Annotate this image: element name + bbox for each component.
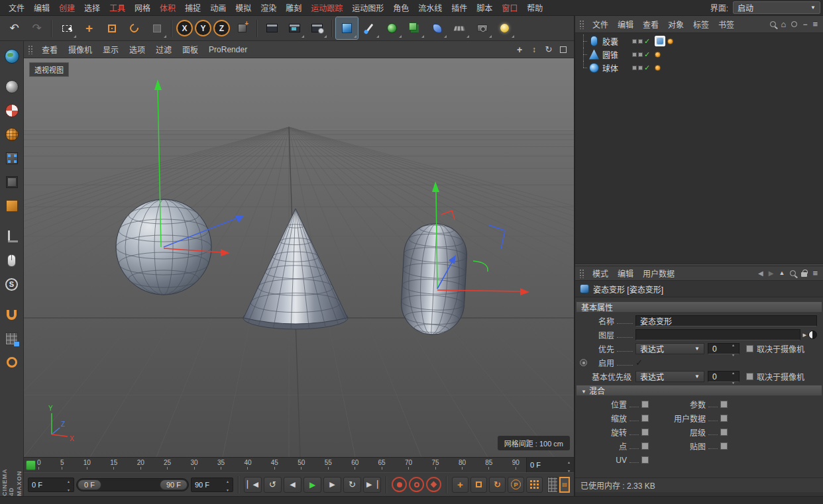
pose-morph-tag-selected[interactable]	[655, 36, 665, 46]
render-view-button[interactable]	[261, 17, 283, 39]
visibility-dots[interactable]	[632, 39, 644, 44]
edges-mode-button[interactable]	[2, 172, 22, 192]
object-manager-menu-item[interactable]: 对象	[663, 16, 688, 32]
scene-svg[interactable]: Y Z X	[24, 58, 574, 457]
grip-handle[interactable]	[28, 45, 34, 54]
attribute-menu-item[interactable]: 编辑	[613, 265, 638, 281]
layer-manager-icon[interactable]	[808, 330, 817, 339]
priority-dropdown[interactable]: 表达式	[635, 343, 704, 354]
camera-menu[interactable]	[471, 17, 493, 39]
scale-tool[interactable]	[101, 17, 123, 39]
object-manager-body[interactable]: 胶囊 圆锥	[575, 33, 823, 264]
y-axis-lock-button[interactable]: Y	[195, 20, 211, 36]
search-icon[interactable]	[790, 270, 796, 276]
home-icon[interactable]	[781, 20, 787, 28]
spinner-icon[interactable]	[732, 367, 735, 386]
editor-visibility-dot[interactable]	[632, 39, 637, 44]
history-back-icon[interactable]	[758, 270, 763, 277]
mix-right-checkbox[interactable]	[720, 415, 728, 422]
spline-pen-menu[interactable]	[358, 17, 380, 39]
texture-mode-button[interactable]	[2, 101, 22, 121]
layout-button[interactable]	[559, 477, 570, 493]
panel-menu-icon[interactable]	[812, 269, 818, 277]
grip-handle[interactable]	[579, 20, 585, 29]
rotation-band-button[interactable]	[2, 352, 22, 372]
tag-dot[interactable]	[667, 38, 673, 44]
object-manager-menu-item[interactable]: 书签	[714, 16, 739, 32]
polygons-mode-button[interactable]	[2, 196, 22, 216]
editor-visibility-dot[interactable]	[632, 52, 637, 57]
object-name[interactable]: 圆锥	[600, 49, 632, 60]
magnet-tool-button[interactable]	[2, 305, 22, 325]
capsule-object[interactable]	[400, 223, 468, 336]
menu-item[interactable]: 创建	[54, 0, 80, 16]
timeline-ruler[interactable]: 051015202530354045505560657075808590 0 F	[24, 457, 574, 472]
goto-end-button[interactable]	[363, 477, 381, 493]
lock-icon[interactable]	[801, 272, 807, 277]
mix-right-checkbox[interactable]	[720, 428, 728, 436]
tag-dot[interactable]	[655, 52, 661, 58]
priority-number[interactable]: 0	[708, 343, 740, 354]
record-keyframe-button[interactable]	[392, 477, 407, 492]
redo-button[interactable]	[26, 17, 48, 39]
render-settings-button[interactable]	[306, 17, 328, 39]
object-manager-menu-item[interactable]: 文件	[588, 16, 613, 32]
environment-menu[interactable]	[449, 17, 470, 39]
end-frame-field[interactable]: 90 F	[191, 478, 233, 492]
mix-right-checkbox[interactable]	[720, 442, 728, 450]
mix-left-checkbox[interactable]	[641, 456, 649, 464]
object-icon[interactable]	[589, 50, 599, 60]
workplane-lock-button[interactable]	[2, 328, 22, 348]
filter-triangle-icon[interactable]	[779, 270, 785, 276]
editor-visibility-dot[interactable]	[632, 66, 637, 70]
spinner-icon[interactable]	[67, 476, 70, 493]
filter-icon[interactable]	[791, 21, 797, 27]
attribute-menu-item[interactable]: 模式	[588, 265, 613, 281]
coordinate-system-button[interactable]	[231, 17, 253, 39]
key-parameter-toggle[interactable]	[508, 477, 524, 493]
visibility-dots[interactable]	[632, 66, 644, 70]
frame-ruler[interactable]: 051015202530354045505560657075808590	[24, 458, 526, 472]
object-icon[interactable]	[590, 36, 598, 46]
mix-section-header[interactable]: 混合	[576, 385, 822, 396]
spinner-icon[interactable]	[567, 457, 571, 474]
frame-range-slider[interactable]: 0 F 90 F	[76, 478, 189, 491]
current-frame-field[interactable]: 0 F	[526, 458, 574, 472]
menu-item[interactable]: 捕捉	[180, 0, 205, 16]
move-tool[interactable]	[78, 17, 100, 39]
render-visibility-dot[interactable]	[638, 39, 643, 44]
visibility-dots[interactable]	[632, 52, 644, 57]
pan-view-icon[interactable]	[514, 44, 525, 55]
deformer-menu[interactable]	[426, 17, 448, 39]
mix-left-checkbox[interactable]	[641, 428, 649, 436]
interface-dropdown[interactable]: 启动	[733, 1, 820, 14]
menu-item[interactable]: 流水线	[413, 0, 447, 16]
key-scale-toggle[interactable]	[470, 477, 487, 493]
last-used-tool[interactable]	[146, 17, 168, 39]
animation-dot-icon[interactable]	[580, 359, 587, 366]
render-visibility-dot[interactable]	[638, 52, 643, 57]
live-selection-tool[interactable]	[56, 17, 78, 39]
menu-item[interactable]: 脚本	[472, 0, 497, 16]
undo-button[interactable]	[3, 17, 25, 39]
mix-left-checkbox[interactable]	[641, 415, 649, 422]
object-icon[interactable]	[589, 63, 599, 73]
light-menu[interactable]	[494, 17, 516, 39]
key-rotation-toggle[interactable]	[489, 477, 506, 493]
camera-dependent-checkbox[interactable]	[746, 373, 753, 380]
play-button[interactable]	[303, 477, 321, 493]
menu-item[interactable]: 雕刻	[281, 0, 306, 16]
layer-browse-icon[interactable]	[802, 331, 806, 338]
uv-mode-button[interactable]	[2, 125, 22, 144]
snap-settings-button[interactable]	[2, 274, 22, 294]
x-axis-lock-button[interactable]: X	[176, 20, 193, 36]
prev-frame-button[interactable]	[284, 477, 302, 493]
collapse-icon[interactable]	[802, 21, 807, 28]
primitive-cube-menu[interactable]	[336, 17, 358, 39]
menu-item[interactable]: 编辑	[29, 0, 54, 16]
dopesheet-button[interactable]	[547, 477, 558, 493]
menu-item[interactable]: 帮助	[522, 0, 547, 16]
rotate-view-icon[interactable]	[543, 44, 554, 55]
menu-item[interactable]: 体积	[155, 0, 180, 16]
viewport-menu-item[interactable]: 摄像机	[63, 41, 97, 58]
